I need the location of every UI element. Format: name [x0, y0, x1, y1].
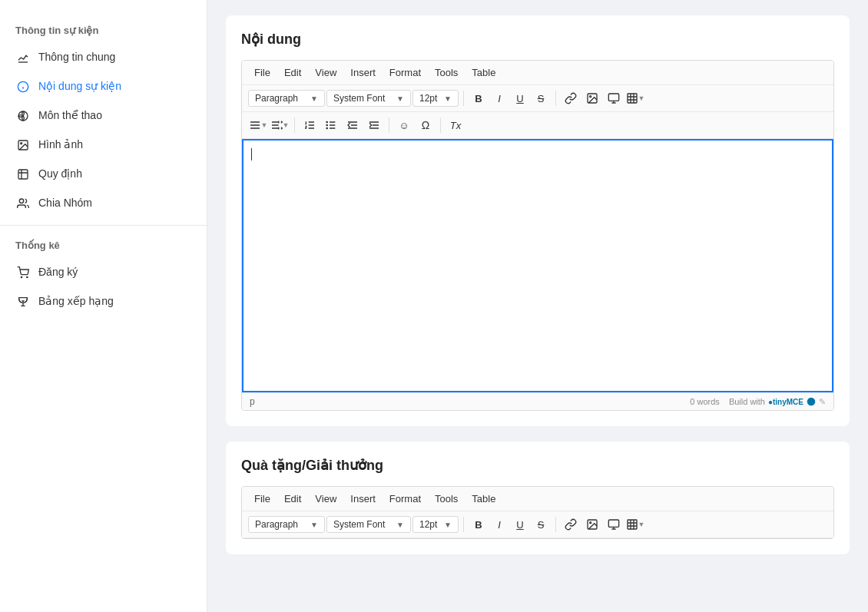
sidebar-item-quy-dinh[interactable]: Quy định	[0, 159, 207, 188]
svg-point-6	[21, 142, 22, 144]
menu-file-2[interactable]: File	[248, 490, 277, 508]
editor1-menubar: File Edit View Insert Format Tools Table	[242, 61, 833, 85]
menu-file-1[interactable]: File	[248, 64, 277, 81]
editor1-toolbar1: Paragraph ▼ System Font ▼ 12pt ▼ B I U S	[242, 85, 833, 112]
strikethrough-button-1[interactable]: S	[531, 88, 551, 108]
ordered-list-btn-1[interactable]	[300, 115, 320, 135]
sidebar-divider	[0, 225, 207, 226]
editor1-body[interactable]	[242, 139, 833, 392]
sidebar-label-thong-tin-chung: Thông tin chung	[38, 51, 115, 63]
underline-button-1[interactable]: U	[510, 88, 530, 108]
menu-format-2[interactable]: Format	[383, 490, 427, 508]
menu-edit-2[interactable]: Edit	[278, 490, 307, 508]
strikethrough-button-2[interactable]: S	[531, 514, 551, 534]
sidebar-item-hinh-anh[interactable]: Hình ảnh	[0, 130, 207, 159]
underline-button-2[interactable]: U	[510, 514, 530, 534]
table-arrow-1: ▼	[638, 94, 645, 102]
sep1	[463, 91, 464, 106]
image-button-2[interactable]	[582, 514, 602, 534]
clear-format-btn-1[interactable]: Tx	[446, 115, 465, 135]
svg-point-13	[590, 96, 591, 98]
image-button-1[interactable]	[582, 88, 602, 108]
svg-point-32	[326, 124, 327, 125]
sidebar-item-thong-tin-chung[interactable]: Thông tin chung	[0, 42, 207, 71]
size-select-2[interactable]: 12pt ▼	[412, 516, 459, 533]
tinymce-icon-1	[807, 397, 816, 406]
size-arrow-1: ▼	[444, 94, 452, 103]
menu-insert-1[interactable]: Insert	[344, 64, 382, 81]
unordered-list-btn-1[interactable]	[321, 115, 341, 135]
sep7	[555, 517, 556, 532]
sep5	[440, 117, 441, 133]
sidebar-item-noi-dung-su-kien[interactable]: Nội dung sự kiện	[0, 71, 207, 101]
noi-dung-title: Nội dung	[241, 31, 834, 48]
sidebar-item-bang-xep-hang[interactable]: Bảng xếp hạng	[0, 286, 207, 316]
italic-button-1[interactable]: I	[489, 88, 509, 108]
editor2-menubar: File Edit View Insert Format Tools Table	[242, 487, 833, 511]
font-label-1: System Font	[333, 93, 385, 104]
menu-view-1[interactable]: View	[309, 64, 343, 81]
cart-icon	[15, 265, 31, 279]
menu-view-2[interactable]: View	[309, 490, 343, 508]
svg-rect-45	[628, 520, 637, 529]
sidebar-item-dang-ky[interactable]: Đăng ký	[0, 257, 207, 286]
menu-tools-2[interactable]: Tools	[429, 490, 464, 508]
font-select-2[interactable]: System Font ▼	[326, 516, 411, 533]
menu-table-2[interactable]: Table	[465, 490, 502, 508]
info-circle-icon	[15, 79, 31, 93]
menu-table-1[interactable]: Table	[465, 64, 502, 81]
bold-button-2[interactable]: B	[469, 514, 489, 534]
sidebar-item-chia-nhom[interactable]: Chia Nhóm	[0, 188, 207, 217]
font-arrow-2: ▼	[396, 521, 404, 529]
paragraph-label-1: Paragraph	[255, 93, 298, 104]
italic-button-2[interactable]: I	[489, 514, 509, 534]
format-buttons-2: B I U S	[469, 514, 551, 534]
font-label-2: System Font	[333, 519, 385, 530]
link-button-2[interactable]	[561, 514, 581, 534]
paragraph-select-1[interactable]: Paragraph ▼	[248, 90, 325, 107]
line-height-button-1[interactable]: ▼	[270, 115, 290, 135]
bold-button-1[interactable]: B	[469, 88, 489, 108]
media-button-1[interactable]	[604, 88, 624, 108]
table-arrow-2: ▼	[638, 521, 645, 528]
sep4	[389, 117, 389, 133]
sidebar-label-chia-nhom: Chia Nhóm	[38, 197, 92, 209]
align-button-1[interactable]: ▼	[248, 115, 268, 135]
sep6	[463, 517, 464, 532]
svg-rect-14	[608, 94, 618, 101]
chart-line-icon	[15, 50, 31, 64]
indent-decrease-btn-1[interactable]	[343, 115, 363, 135]
font-arrow-1: ▼	[396, 94, 404, 103]
group-icon	[15, 196, 31, 210]
editor1-path: p	[250, 396, 255, 407]
qua-tang-title: Quà tặng/Giải thưởng	[241, 457, 834, 474]
menu-insert-2[interactable]: Insert	[344, 490, 382, 508]
menu-format-1[interactable]: Format	[383, 64, 427, 81]
tinymce-editor-2: File Edit View Insert Format Tools Table…	[241, 486, 834, 539]
indent-increase-btn-1[interactable]	[364, 115, 384, 135]
edit-icon-1[interactable]: ✎	[819, 397, 826, 407]
sidebar-section-title-1: Thông tin sự kiện	[0, 18, 207, 42]
svg-rect-17	[628, 94, 637, 103]
svg-point-9	[27, 276, 28, 277]
rules-icon	[15, 167, 31, 180]
emoji-btn-1[interactable]: ☺	[394, 115, 414, 135]
menu-tools-1[interactable]: Tools	[429, 64, 464, 81]
sep3	[294, 117, 295, 133]
table-dropdown-button-1[interactable]: ▼	[625, 88, 645, 108]
menu-edit-1[interactable]: Edit	[278, 64, 307, 81]
font-select-1[interactable]: System Font ▼	[326, 90, 411, 107]
svg-point-33	[326, 127, 327, 128]
svg-point-31	[326, 121, 327, 122]
editor1-build-text: Build with	[729, 397, 765, 406]
media-button-2[interactable]	[604, 514, 624, 534]
main-content: Nội dung File Edit View Insert Format To…	[207, 0, 868, 612]
special-char-btn-1[interactable]: Ω	[416, 115, 436, 135]
sidebar-item-mon-the-thao[interactable]: Môn thể thao	[0, 101, 207, 130]
link-button-1[interactable]	[561, 88, 581, 108]
svg-point-8	[21, 276, 22, 277]
table-dropdown-button-2[interactable]: ▼	[625, 514, 645, 534]
size-select-1[interactable]: 12pt ▼	[412, 90, 459, 107]
paragraph-select-2[interactable]: Paragraph ▼	[248, 516, 325, 533]
sidebar-label-bang-xep-hang: Bảng xếp hạng	[38, 295, 114, 307]
